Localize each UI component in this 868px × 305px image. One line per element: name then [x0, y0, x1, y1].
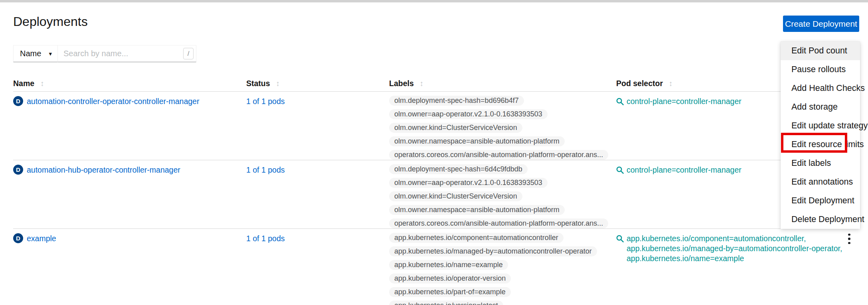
table-row: D automation-hub-operator-controller-man… — [13, 160, 860, 229]
status-cell: 1 of 1 pods — [246, 165, 389, 228]
deployment-kind-badge: D — [13, 165, 23, 175]
column-header-name: Name ↕ — [13, 79, 246, 88]
label-pill: operators.coreos.com/ansible-automation-… — [389, 150, 608, 160]
deployment-kind-badge: D — [13, 96, 23, 106]
create-deployment-button[interactable]: Create Deployment — [783, 16, 859, 32]
label-pill: app.kubernetes.io/operator-version — [389, 274, 511, 283]
deployments-table: Name ↕ Status ↕ Labels ↕ Pod selector ↕ … — [13, 76, 860, 305]
menu-item-edit-annotations[interactable]: Edit annotations — [781, 173, 860, 191]
caret-down-icon: ▾ — [49, 50, 52, 57]
pods-status-link[interactable]: 1 of 1 pods — [246, 165, 285, 174]
menu-item-edit-pod-count[interactable]: Edit Pod count — [781, 41, 860, 60]
menu-item-add-health-checks[interactable]: Add Health Checks — [781, 79, 860, 98]
table-row: D automation-controller-operator-control… — [13, 92, 860, 160]
menu-item-delete-deployment[interactable]: Delete Deployment — [781, 210, 860, 229]
pods-status-link[interactable]: 1 of 1 pods — [246, 97, 285, 106]
label-pill: app.kubernetes.io/managed-by=automationc… — [389, 246, 597, 256]
deployment-name-link[interactable]: example — [27, 234, 56, 243]
menu-item-pause-rollouts[interactable]: Pause rollouts — [781, 60, 860, 79]
kebab-dot — [848, 234, 850, 236]
search-icon — [616, 98, 624, 105]
filter-type-label: Name — [20, 49, 41, 58]
menu-item-edit-deployment[interactable]: Edit Deployment — [781, 191, 860, 210]
deployments-page: Deployments Create Deployment Name ▾ / N… — [0, 0, 868, 305]
label-pill: olm.owner=aap-operator.v2.1.0-0.16383935… — [389, 178, 548, 188]
pods-status-link[interactable]: 1 of 1 pods — [246, 234, 285, 243]
kebab-menu-button[interactable] — [846, 232, 853, 246]
label-pill: app.kubernetes.io/component=automationco… — [389, 233, 564, 243]
sort-icon[interactable]: ↕ — [669, 79, 673, 88]
column-header-status: Status ↕ — [246, 79, 389, 88]
row-actions-menu: Edit Pod count Pause rollouts Add Health… — [781, 41, 860, 229]
menu-item-add-storage[interactable]: Add storage — [781, 98, 860, 116]
pod-selector-link[interactable]: control-plane=controller-manager — [627, 165, 741, 175]
top-divider — [0, 0, 868, 2]
label-pill: olm.deployment-spec-hash=6d4c9fdbdb — [389, 164, 528, 174]
filter-toolbar: Name ▾ / — [13, 45, 196, 62]
column-header-labels: Labels ↕ — [389, 79, 616, 88]
label-pill: operators.coreos.com/ansible-automation-… — [389, 218, 608, 228]
label-pill: olm.owner.kind=ClusterServiceVersion — [389, 191, 522, 201]
label-pill: olm.owner.kind=ClusterServiceVersion — [389, 123, 522, 133]
filter-type-dropdown[interactable]: Name ▾ — [13, 45, 58, 62]
pod-selector-link[interactable]: app.kubernetes.io/component=automationco… — [627, 234, 842, 244]
search-icon — [616, 166, 624, 174]
labels-cell: olm.deployment-spec-hash=6d4c9fdbdb olm.… — [389, 164, 616, 228]
name-cell: D automation-controller-operator-control… — [13, 96, 246, 160]
slash-shortcut-hint: / — [183, 48, 194, 59]
sort-icon[interactable]: ↕ — [420, 79, 424, 88]
label-pill: app.kubernetes.io/name=example — [389, 260, 508, 270]
label-pill: olm.owner.namespace=ansible-automation-p… — [389, 136, 565, 146]
label-pill: olm.owner=aap-operator.v2.1.0-0.16383935… — [389, 109, 548, 119]
deployment-name-link[interactable]: automation-hub-operator-controller-manag… — [27, 165, 180, 175]
label-pill: olm.deployment-spec-hash=bd696b4f7 — [389, 96, 524, 106]
menu-item-edit-labels[interactable]: Edit labels — [781, 154, 860, 173]
deployment-name-link[interactable]: automation-controller-operator-controlle… — [27, 96, 199, 106]
status-cell: 1 of 1 pods — [246, 234, 389, 305]
name-cell: D automation-hub-operator-controller-man… — [13, 165, 246, 228]
sort-icon[interactable]: ↕ — [40, 79, 44, 88]
kebab-dot — [848, 242, 850, 244]
pod-selector-cell: app.kubernetes.io/component=automationco… — [616, 234, 860, 305]
search-icon — [616, 235, 624, 242]
search-input[interactable] — [57, 45, 196, 62]
status-cell: 1 of 1 pods — [246, 96, 389, 160]
table-row: D example 1 of 1 pods app.kubernetes.io/… — [13, 229, 860, 305]
label-pill: app.kubernetes.io/part-of=example — [389, 287, 511, 297]
deployment-kind-badge: D — [13, 233, 23, 243]
labels-cell: olm.deployment-spec-hash=bd696b4f7 olm.o… — [389, 96, 616, 160]
kebab-dot — [848, 238, 850, 240]
sort-icon[interactable]: ↕ — [276, 79, 280, 88]
name-cell: D example — [13, 234, 246, 305]
label-pill: app.kubernetes.io/version=latest — [389, 301, 503, 305]
pod-selector-link[interactable]: app.kubernetes.io/name=example — [627, 254, 842, 264]
search-field-wrapper: / — [57, 45, 196, 62]
labels-cell: app.kubernetes.io/component=automationco… — [389, 233, 616, 305]
pod-selector-link[interactable]: control-plane=controller-manager — [627, 96, 741, 106]
page-title: Deployments — [13, 14, 88, 29]
table-header-row: Name ↕ Status ↕ Labels ↕ Pod selector ↕ — [13, 76, 860, 92]
pod-selector-link[interactable]: app.kubernetes.io/managed-by=automationc… — [627, 244, 842, 254]
label-pill: olm.owner.namespace=ansible-automation-p… — [389, 205, 565, 215]
menu-item-edit-resource-limits[interactable]: Edit resource limits — [781, 135, 860, 154]
menu-item-edit-update-strategy[interactable]: Edit update strategy — [781, 116, 860, 135]
